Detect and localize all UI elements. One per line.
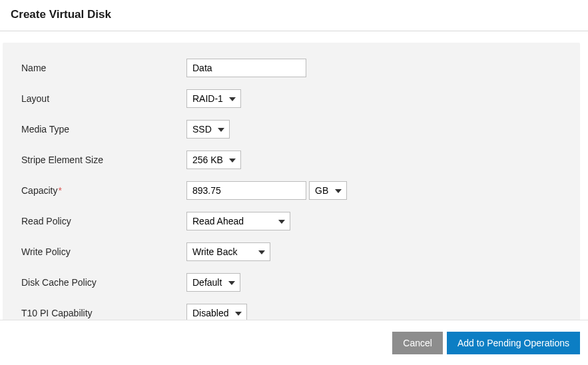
- layout-select[interactable]: RAID-1: [186, 89, 241, 108]
- required-mark: *: [58, 185, 61, 196]
- cancel-button[interactable]: Cancel: [392, 332, 443, 354]
- write-policy-select[interactable]: Write Back: [186, 242, 270, 261]
- label-disk-cache: Disk Cache Policy: [21, 277, 186, 288]
- label-stripe-size: Stripe Element Size: [21, 155, 186, 165]
- capacity-input[interactable]: [186, 181, 306, 200]
- stripe-size-select[interactable]: 256 KB: [186, 151, 241, 169]
- row-t10: T10 PI Capability Disabled: [21, 304, 561, 320]
- row-layout: Layout RAID-1: [21, 89, 561, 108]
- dialog-header: Create Virtual Disk: [0, 0, 588, 31]
- dialog-title: Create Virtual Disk: [11, 8, 577, 21]
- read-policy-select[interactable]: Read Ahead: [186, 212, 290, 230]
- label-write-policy: Write Policy: [21, 246, 186, 257]
- content-scroll-area[interactable]: Name Layout RAID-1 Media Type SSD: [0, 32, 588, 320]
- label-name: Name: [21, 63, 186, 73]
- dialog-footer: Cancel Add to Pending Operations: [0, 320, 588, 365]
- row-name: Name: [21, 59, 561, 77]
- label-capacity: Capacity*: [21, 185, 186, 196]
- row-read-policy: Read Policy Read Ahead: [21, 212, 561, 230]
- row-media-type: Media Type SSD: [21, 120, 561, 139]
- capacity-unit-select[interactable]: GB: [309, 181, 347, 200]
- row-capacity: Capacity* GB: [21, 181, 561, 200]
- row-write-policy: Write Policy Write Back: [21, 242, 561, 261]
- disk-cache-select[interactable]: Default: [186, 273, 240, 292]
- label-read-policy: Read Policy: [21, 216, 186, 226]
- name-input[interactable]: [186, 59, 306, 77]
- add-to-pending-button[interactable]: Add to Pending Operations: [447, 332, 580, 354]
- label-t10: T10 PI Capability: [21, 308, 186, 318]
- row-disk-cache: Disk Cache Policy Default: [21, 273, 561, 292]
- label-layout: Layout: [21, 93, 186, 104]
- form-panel: Name Layout RAID-1 Media Type SSD: [3, 43, 580, 320]
- t10-select[interactable]: Disabled: [186, 304, 247, 320]
- row-stripe-size: Stripe Element Size 256 KB: [21, 151, 561, 169]
- media-type-select[interactable]: SSD: [186, 120, 230, 139]
- label-media-type: Media Type: [21, 124, 186, 135]
